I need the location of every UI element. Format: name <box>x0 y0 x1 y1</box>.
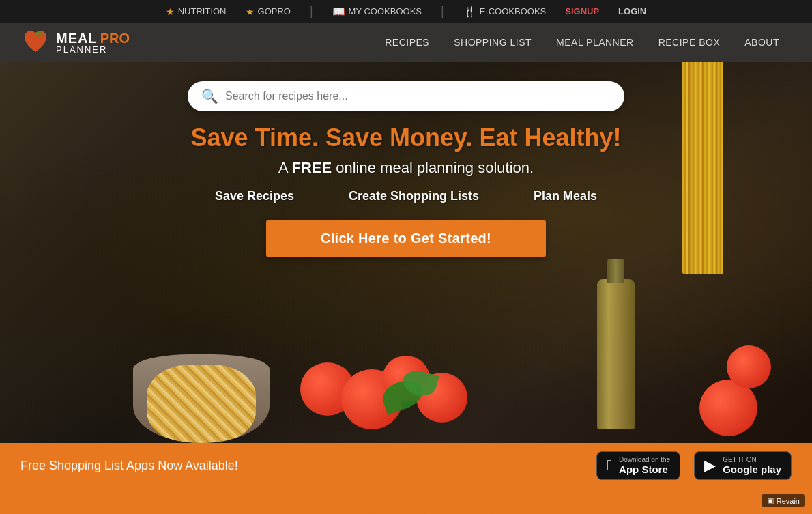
google-badge-big: Google play <box>723 463 781 475</box>
hero-subtitle: A FREE online meal planning solution. <box>278 159 534 177</box>
logo[interactable]: MEAL PRO PLANNER <box>20 27 130 57</box>
watermark: ▣ Revain <box>762 494 805 507</box>
topbar-ecookbooks[interactable]: 🍴 E-COOKBOOKS <box>463 5 547 18</box>
subtitle-free: FREE <box>291 159 332 176</box>
how-title: How does it work? <box>14 509 798 514</box>
top-bar: ★ NUTRITION ★ GOPRO | 📖 MY COOKBOOKS | 🍴… <box>0 0 812 23</box>
hero-tagline: Save Time. Save Money. Eat Healthy! <box>191 124 622 152</box>
hero-features: Save Recipes Create Shopping Lists Plan … <box>215 189 597 203</box>
feature-plan-meals: Plan Meals <box>534 189 597 203</box>
apple-badge-big: App Store <box>619 463 670 475</box>
hero-content: 🔍 Save Time. Save Money. Eat Healthy! A … <box>0 62 812 257</box>
logo-icon <box>20 27 50 57</box>
pasta-bowl-art <box>133 354 270 443</box>
utensils-icon: 🍴 <box>463 5 476 18</box>
topbar-gopro[interactable]: ★ GOPRO <box>246 6 291 17</box>
logo-meal: MEAL <box>56 31 98 45</box>
how-section: How does it work? <box>0 488 812 514</box>
google-badge-small: GET IT ON <box>723 456 781 463</box>
topbar-login[interactable]: LOGIN <box>618 6 646 16</box>
search-input[interactable] <box>225 90 611 102</box>
google-app-badge[interactable]: ▶ GET IT ON Google play <box>694 451 792 480</box>
topbar-ecookbooks-label: E-COOKBOOKS <box>480 6 547 16</box>
google-badge-text: GET IT ON Google play <box>723 456 781 475</box>
tomato-art-6 <box>727 345 771 388</box>
divider-2: | <box>441 4 444 18</box>
topbar-mycookbooks[interactable]: 📖 MY COOKBOOKS <box>332 5 422 18</box>
logo-planner: PLANNER <box>56 45 130 54</box>
search-icon: 🔍 <box>201 88 218 104</box>
nav-shopping-list[interactable]: SHOPPING LIST <box>441 23 544 62</box>
topbar-nutrition[interactable]: ★ NUTRITION <box>166 6 227 17</box>
nav-recipes[interactable]: RECIPES <box>373 23 441 62</box>
nav-meal-planner[interactable]: MEAL PLANNER <box>544 23 646 62</box>
watermark-icon: ▣ <box>767 496 774 505</box>
book-icon: 📖 <box>332 5 345 18</box>
apple-badge-text: Download on the App Store <box>619 456 670 475</box>
apple-app-badge[interactable]:  Download on the App Store <box>596 451 680 480</box>
topbar-login-label: LOGIN <box>618 6 646 16</box>
oil-bottle-art <box>597 279 635 429</box>
main-nav: MEAL PRO PLANNER RECIPES SHOPPING LIST M… <box>0 23 812 62</box>
topbar-signup[interactable]: SIGNUP <box>565 6 599 16</box>
logo-pro: PRO <box>100 31 130 45</box>
topbar-signup-label: SIGNUP <box>565 6 599 16</box>
hero-section: 🔍 Save Time. Save Money. Eat Healthy! A … <box>0 62 812 443</box>
feature-save-recipes: Save Recipes <box>215 189 294 203</box>
feature-shopping-lists: Create Shopping Lists <box>349 189 479 203</box>
topbar-mycookbooks-label: MY COOKBOOKS <box>349 6 422 16</box>
topbar-gopro-label: GOPRO <box>258 6 291 16</box>
watermark-text: Revain <box>777 497 800 505</box>
google-play-icon: ▶ <box>704 457 716 474</box>
star-icon: ★ <box>166 6 175 17</box>
nav-recipe-box[interactable]: RECIPE BOX <box>646 23 733 62</box>
subtitle-suffix: online meal planning solution. <box>332 159 534 176</box>
cta-button[interactable]: Click Here to Get Started! <box>266 220 546 257</box>
divider-1: | <box>310 4 313 18</box>
apple-badge-small: Download on the <box>619 456 670 463</box>
topbar-nutrition-label: NUTRITION <box>178 6 227 16</box>
nav-about[interactable]: ABOUT <box>732 23 792 62</box>
star-icon-2: ★ <box>246 6 255 17</box>
logo-text: MEAL PRO PLANNER <box>56 31 130 54</box>
apple-icon:  <box>607 457 612 474</box>
subtitle-prefix: A <box>278 159 292 176</box>
nav-links: RECIPES SHOPPING LIST MEAL PLANNER RECIP… <box>373 23 792 62</box>
app-download-bar: Free Shopping List Apps Now Available! … <box>0 443 812 488</box>
search-bar[interactable]: 🔍 <box>188 81 624 111</box>
app-bar-text: Free Shopping List Apps Now Available! <box>20 459 583 473</box>
